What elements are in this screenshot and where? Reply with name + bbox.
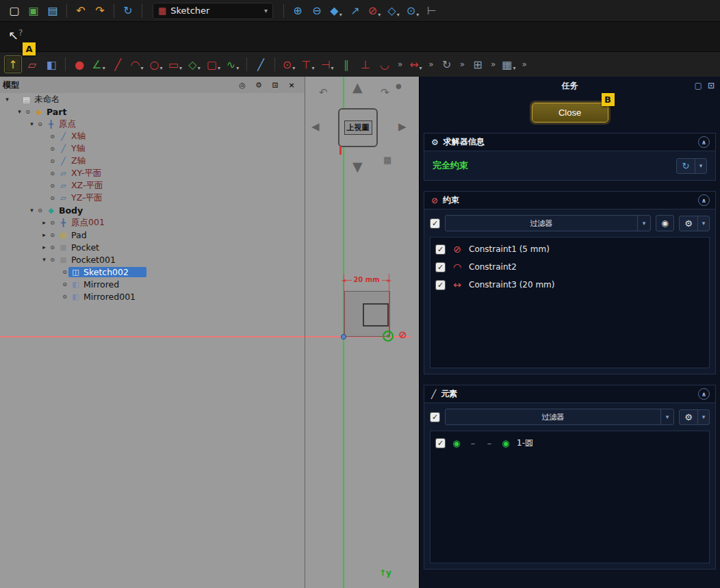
- create-line-icon[interactable]: ╱: [109, 55, 127, 73]
- navcube-arrow-right-icon[interactable]: ▶: [398, 120, 407, 133]
- diameter-constraint-marker[interactable]: ⊘: [398, 329, 407, 341]
- tree-item[interactable]: ▸⊙■Pocket: [0, 241, 305, 253]
- measure-icon[interactable]: ⊢: [423, 2, 441, 20]
- refresh-icon[interactable]: ↻: [119, 2, 137, 20]
- chevron-down-icon[interactable]: ▾: [661, 413, 673, 420]
- navcube-mini-cube-icon[interactable]: ▦: [383, 155, 391, 165]
- constraint-dimension-icon[interactable]: ↔▾: [407, 55, 424, 73]
- toolbar-overflow-icon[interactable]: »: [398, 60, 402, 69]
- constraint-lock-icon[interactable]: ⊣▾: [318, 55, 336, 73]
- constraint-tangent-icon[interactable]: ◡: [376, 55, 394, 73]
- tree-item[interactable]: ▾⊙◆Part: [0, 105, 305, 118]
- tree-item[interactable]: ⊙╱Z轴: [0, 155, 305, 167]
- caret-right-icon[interactable]: ▸: [40, 219, 49, 226]
- tree-item[interactable]: ⊙▱XZ-平面: [0, 179, 305, 192]
- dropdown-arrow-icon[interactable]: ▾: [236, 65, 239, 73]
- zoom-in-icon[interactable]: ⊕: [289, 2, 307, 20]
- constraints-master-checkbox[interactable]: ✓: [430, 218, 440, 229]
- tree-item[interactable]: ⊙╱X轴: [0, 130, 305, 142]
- create-polyline-icon[interactable]: ∠▾: [90, 55, 107, 73]
- tree-item[interactable]: ▾▤未命名: [0, 93, 305, 105]
- dropdown-arrow-icon[interactable]: ▾: [397, 12, 400, 20]
- dropdown-arrow-icon[interactable]: ▾: [292, 65, 295, 73]
- dropdown-arrow-icon[interactable]: ▾: [378, 12, 381, 20]
- dropdown-arrow-icon[interactable]: ▾: [339, 12, 342, 20]
- solver-section-header[interactable]: ⚙ 求解器信息 ∧: [424, 133, 715, 151]
- zoom-out-icon[interactable]: ⊖: [308, 2, 326, 20]
- sketch-rectangle[interactable]: [363, 303, 389, 327]
- panel-overlay-icon[interactable]: ⊡: [708, 81, 715, 90]
- panel-float-icon[interactable]: ▢: [695, 81, 702, 90]
- constraint-perpendicular-icon[interactable]: ⊥: [357, 55, 374, 73]
- toolbar-overflow-icon[interactable]: »: [460, 60, 465, 69]
- create-rectangle-icon[interactable]: ▭▾: [166, 55, 184, 73]
- chevron-down-icon[interactable]: ▾: [695, 162, 706, 169]
- workbench-selector[interactable]: ▦Sketcher▾: [153, 3, 273, 19]
- chevron-down-icon[interactable]: ▾: [698, 413, 709, 420]
- open-document-icon[interactable]: ▣: [25, 2, 42, 20]
- create-polygon-icon[interactable]: ◇▾: [185, 55, 203, 73]
- sketch-tools-icon[interactable]: ↻: [438, 55, 456, 73]
- caret-right-icon[interactable]: ▸: [40, 244, 49, 251]
- caret-down-icon[interactable]: ▾: [27, 120, 36, 127]
- constraints-section-header[interactable]: ⊘ 约束 ∧: [424, 192, 715, 209]
- constraint-row[interactable]: ✓⊘Constraint1 (5 mm): [435, 240, 704, 258]
- redo-icon[interactable]: ↷: [91, 2, 109, 20]
- elements-section-header[interactable]: ╱ 元素 ∧: [424, 385, 715, 403]
- navcube-arrow-left-icon[interactable]: ◀: [311, 120, 320, 133]
- panel-settings-icon[interactable]: ⚙: [253, 81, 265, 90]
- dropdown-arrow-icon[interactable]: ▾: [140, 65, 143, 73]
- tree-item[interactable]: ⊙▱YZ-平面: [0, 192, 305, 204]
- create-arc-icon[interactable]: ◠▾: [128, 55, 146, 73]
- dropdown-arrow-icon[interactable]: ▾: [198, 65, 201, 73]
- constraint-row[interactable]: ✓↔Constraint3 (20 mm): [435, 276, 704, 294]
- dropdown-arrow-icon[interactable]: ▾: [513, 65, 515, 73]
- navcube-rotate-left-icon[interactable]: ↶: [319, 86, 328, 99]
- tree-item[interactable]: ▾⊙╋原点: [0, 118, 305, 130]
- leave-sketch-button[interactable]: ↑: [4, 55, 22, 73]
- navcube-arrow-down-icon[interactable]: ▼: [352, 159, 363, 174]
- save-document-icon[interactable]: ▤: [44, 2, 62, 20]
- new-document-icon[interactable]: ▢: [5, 2, 23, 20]
- caret-right-icon[interactable]: ▸: [40, 231, 49, 238]
- draw-style-icon[interactable]: ⊘▾: [365, 2, 383, 20]
- dropdown-arrow-icon[interactable]: ▾: [311, 65, 314, 73]
- element-row[interactable]: ✓◉––◉1-圆: [435, 434, 704, 452]
- constraint-row[interactable]: ✓◠Constraint2: [435, 258, 704, 276]
- elements-filter-select[interactable]: 过滤器 ▾: [445, 409, 674, 425]
- overlay-transparency-icon[interactable]: ◎: [236, 81, 248, 90]
- chevron-down-icon[interactable]: ▾: [698, 220, 709, 227]
- constraints-settings-button[interactable]: ⚙ ▾: [679, 216, 710, 231]
- overlay-toggle-icon[interactable]: ⊡: [269, 81, 281, 90]
- tree-item[interactable]: ▾⊙■Pocket001: [0, 253, 305, 266]
- create-bspline-icon[interactable]: ∿▾: [224, 55, 242, 73]
- auto-update-button[interactable]: ↻ ▾: [676, 158, 707, 174]
- create-slot-icon[interactable]: ▢▾: [205, 55, 222, 73]
- construction-mode-icon[interactable]: ╱: [252, 55, 270, 73]
- caret-down-icon[interactable]: ▾: [3, 96, 12, 103]
- tree-item[interactable]: ⊙◧Mirrored001: [0, 290, 305, 303]
- tree-item[interactable]: ⊙◧Mirrored: [0, 278, 305, 290]
- refresh-icon[interactable]: ↻: [677, 161, 695, 171]
- dropdown-arrow-icon[interactable]: ▾: [218, 65, 220, 73]
- chevron-down-icon[interactable]: ▾: [638, 220, 650, 227]
- constraint-checkbox[interactable]: ✓: [435, 280, 446, 290]
- axonometric-view-icon[interactable]: ◆▾: [327, 2, 345, 20]
- dropdown-arrow-icon[interactable]: ▾: [179, 65, 182, 73]
- tree-item[interactable]: ⊙╱Y轴: [0, 142, 305, 155]
- collapse-section-icon[interactable]: ∧: [698, 388, 710, 400]
- toggle-grid-icon[interactable]: ▦▾: [500, 55, 517, 73]
- origin-point[interactable]: [341, 334, 346, 340]
- close-panel-icon[interactable]: ×: [285, 81, 298, 90]
- caret-down-icon[interactable]: ▾: [27, 207, 36, 214]
- view-sketch-icon[interactable]: ▱: [23, 55, 41, 73]
- constraint-checkbox[interactable]: ✓: [435, 244, 446, 255]
- constraint-checkbox[interactable]: ✓: [435, 262, 446, 272]
- create-circle-icon[interactable]: ○▾: [147, 55, 165, 73]
- constraint-vertical-icon[interactable]: ⊤▾: [299, 55, 317, 73]
- dropdown-arrow-icon[interactable]: ▾: [103, 65, 105, 73]
- toolbar-overflow-icon[interactable]: »: [428, 60, 433, 69]
- zoom-tools-icon[interactable]: ⊙▾: [404, 2, 422, 20]
- close-button[interactable]: Close: [532, 103, 608, 123]
- dropdown-arrow-icon[interactable]: ▾: [416, 12, 419, 20]
